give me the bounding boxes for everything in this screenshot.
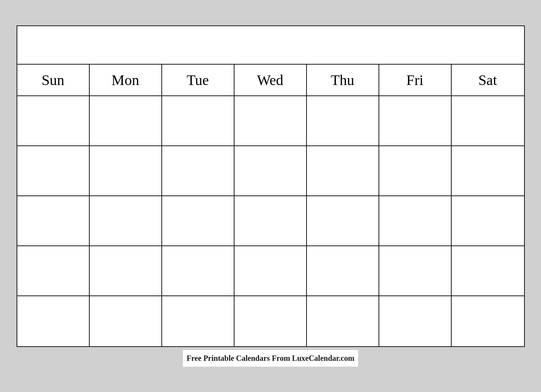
day-header-sat: Sat [452, 65, 524, 95]
cell-5-2[interactable] [90, 296, 162, 346]
cell-4-4[interactable] [234, 246, 307, 296]
footer-text: Free Printable Calendars From LuxeCalend… [183, 350, 358, 367]
calendar-row-1 [17, 96, 524, 146]
cell-1-1[interactable] [17, 96, 90, 146]
cell-1-2[interactable] [90, 96, 162, 146]
day-header-mon: Mon [90, 65, 162, 95]
cell-5-1[interactable] [17, 296, 90, 346]
cell-4-2[interactable] [90, 246, 162, 296]
cell-5-7[interactable] [452, 296, 524, 346]
cell-2-1[interactable] [17, 146, 90, 196]
day-header-tue: Tue [162, 65, 234, 95]
cell-2-3[interactable] [162, 146, 234, 196]
day-header-thu: Thu [307, 65, 379, 95]
cell-1-6[interactable] [379, 96, 452, 146]
calendar-body [17, 96, 524, 346]
cell-3-4[interactable] [234, 196, 307, 246]
cell-5-6[interactable] [379, 296, 452, 346]
cell-3-3[interactable] [162, 196, 234, 246]
cell-3-5[interactable] [307, 196, 379, 246]
cell-2-4[interactable] [234, 146, 307, 196]
calendar-row-4 [17, 246, 524, 296]
cell-2-7[interactable] [452, 146, 524, 196]
cell-1-4[interactable] [234, 96, 307, 146]
cell-4-6[interactable] [379, 246, 452, 296]
calendar-row-5 [17, 296, 524, 346]
cell-5-4[interactable] [234, 296, 307, 346]
cell-2-5[interactable] [307, 146, 379, 196]
cell-2-6[interactable] [379, 146, 452, 196]
cell-3-2[interactable] [90, 196, 162, 246]
calendar-row-2 [17, 146, 524, 196]
cell-5-5[interactable] [307, 296, 379, 346]
cell-3-6[interactable] [379, 196, 452, 246]
cell-4-7[interactable] [452, 246, 524, 296]
cell-1-5[interactable] [307, 96, 379, 146]
cell-3-1[interactable] [17, 196, 90, 246]
cell-4-3[interactable] [162, 246, 234, 296]
cell-5-3[interactable] [162, 296, 234, 346]
day-header-wed: Wed [234, 65, 307, 95]
cell-4-1[interactable] [17, 246, 90, 296]
cell-3-7[interactable] [452, 196, 524, 246]
calendar-container: Sun Mon Tue Wed Thu Fri Sat [17, 25, 525, 347]
day-header-sun: Sun [17, 65, 90, 95]
calendar-day-headers: Sun Mon Tue Wed Thu Fri Sat [17, 65, 524, 96]
calendar-title-area [17, 26, 524, 65]
day-header-fri: Fri [379, 65, 452, 95]
cell-4-5[interactable] [307, 246, 379, 296]
cell-1-3[interactable] [162, 96, 234, 146]
cell-1-7[interactable] [452, 96, 524, 146]
cell-2-2[interactable] [90, 146, 162, 196]
calendar-row-3 [17, 196, 524, 246]
